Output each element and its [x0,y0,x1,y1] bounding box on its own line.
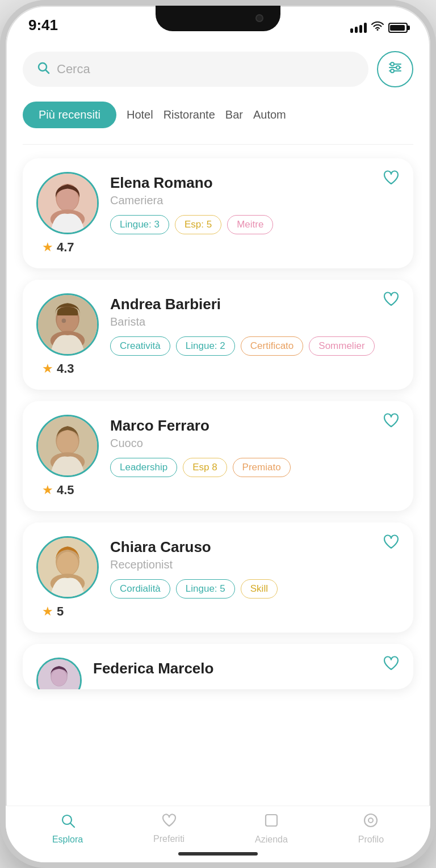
status-icons [350,21,408,34]
tag-lingue2: Lingue: 2 [176,336,235,356]
card-info-chiara: Chiara Caruso Receptionist Cordialità Li… [110,536,400,599]
tag-creativita: Creatività [110,336,170,356]
svg-point-6 [396,66,400,69]
phone-frame: 9:41 [0,0,436,868]
search-row: Cerca [23,51,413,87]
filter-button[interactable] [377,51,413,87]
nav-item-esplora[interactable]: Esplora [52,812,83,845]
tab-autom[interactable]: Autom [253,106,286,124]
notch [156,6,280,31]
favorite-button-federica[interactable] [383,655,400,675]
favorite-button-elena[interactable] [383,170,400,189]
rating-value: 4.7 [57,240,74,255]
tab-ristorante[interactable]: Ristorante [164,106,215,124]
nav-label-esplora: Esplora [52,835,83,845]
avatar-federica [36,658,82,689]
tags-elena: Lingue: 3 Esp: 5 Meitre [110,215,400,234]
filter-icon [387,61,403,78]
favorite-button-andrea[interactable] [383,291,400,311]
profilo-icon [363,812,379,832]
star-icon-chiara: ★ [42,604,53,619]
tag-leadership: Leadership [110,458,177,477]
rating-value-chiara: 5 [57,604,64,619]
tag-skill: Skill [241,579,278,599]
person-role-marco: Cuoco [110,437,400,450]
tab-bar[interactable]: Bar [225,106,243,124]
person-name-marco: Marco Ferraro [110,417,400,435]
avatar-chiara [36,536,99,599]
tag-certificato: Certificato [241,336,304,356]
person-name-chiara: Chiara Caruso [110,538,400,556]
rating-chiara: ★ 5 [36,604,99,619]
tab-hotel[interactable]: Hotel [127,106,153,124]
card-top-marco: ★ 4.5 Marco Ferraro Cuoco Leadership Esp… [36,415,400,498]
rating-value-andrea: 4.3 [57,361,74,376]
signal-icon [350,23,367,33]
tags-marco: Leadership Esp 8 Premiato [110,458,400,477]
nav-item-preferiti[interactable]: Preferiti [153,813,185,844]
category-tabs: Più recensiti Hotel Ristorante Bar Autom [23,102,413,128]
avatar-wrap-marco: ★ 4.5 [36,415,99,498]
person-role-chiara: Receptionist [110,558,400,571]
nav-label-azienda: Azienda [255,835,288,845]
profile-card-federica: Federica Marcelo [23,644,413,689]
azienda-icon [263,812,279,832]
rating-elena: ★ 4.7 [36,240,99,255]
profile-card-elena-romano: ★ 4.7 Elena Romano Cameriera Lingue: 3 E… [23,158,413,268]
svg-point-19 [57,431,78,454]
tag-cordialita: Cordialità [110,579,170,599]
tags-andrea: Creatività Lingue: 2 Certificato Sommeli… [110,336,400,356]
divider [23,144,413,145]
svg-line-1 [46,70,49,74]
svg-point-7 [391,69,394,73]
avatar-wrap-chiara: ★ 5 [36,536,99,619]
avatar-wrap-andrea: ★ 4.3 [36,293,99,376]
person-name-andrea: Andrea Barbieri [110,296,400,313]
card-info-andrea: Andrea Barbieri Barista Creatività Lingu… [110,293,400,356]
star-icon-andrea: ★ [42,361,53,376]
main-content: Cerca Più recensiti Hotel R [6,40,430,806]
svg-rect-30 [266,815,277,826]
star-icon-marco: ★ [42,483,53,498]
profile-card-chiara-caruso: ★ 5 Chiara Caruso Receptionist Cordialit… [23,523,413,633]
camera [255,14,263,22]
svg-point-10 [57,188,78,212]
star-icon: ★ [42,240,53,255]
avatar-wrap-elena: ★ 4.7 [36,172,99,255]
search-bar[interactable]: Cerca [23,52,368,87]
avatar-andrea [36,293,99,356]
search-icon [36,61,50,78]
card-top: ★ 4.7 Elena Romano Cameriera Lingue: 3 E… [36,172,400,255]
svg-point-23 [57,552,78,576]
wifi-icon [371,21,384,34]
tags-chiara: Cordialità Lingue: 5 Skill [110,579,400,599]
avatar-wrap-federica [36,658,82,689]
home-indicator [178,852,258,856]
person-role-elena: Cameriera [110,194,400,207]
svg-point-15 [62,319,66,323]
svg-point-31 [364,814,377,827]
tag-sommelier: Sommelier [309,336,374,356]
rating-andrea: ★ 4.3 [36,361,99,376]
person-role-andrea: Barista [110,315,400,328]
card-top-chiara: ★ 5 Chiara Caruso Receptionist Cordialit… [36,536,400,619]
card-top-federica: Federica Marcelo [36,658,400,689]
nav-item-azienda[interactable]: Azienda [255,812,288,845]
nav-label-profilo: Profilo [358,835,384,845]
status-time: 9:41 [28,16,58,34]
person-name-elena: Elena Romano [110,174,400,192]
battery-icon [388,23,408,33]
favorite-button-chiara[interactable] [383,534,400,554]
profile-card-andrea-barbieri: ★ 4.3 Andrea Barbieri Barista Creatività… [23,280,413,390]
tag-esp5: Esp: 5 [175,215,221,234]
tag-premiato: Premiato [233,458,291,477]
rating-value-marco: 4.5 [57,483,74,498]
nav-item-profilo[interactable]: Profilo [358,812,384,845]
svg-point-27 [52,669,67,686]
tag-lingue3: Lingue: 3 [110,215,169,234]
tab-piu-recensiti[interactable]: Più recensiti [23,102,116,128]
avatar-elena [36,172,99,234]
card-info-elena: Elena Romano Cameriera Lingue: 3 Esp: 5 … [110,172,400,234]
tag-meitre: Meitre [227,215,273,234]
favorite-button-marco[interactable] [383,412,400,432]
